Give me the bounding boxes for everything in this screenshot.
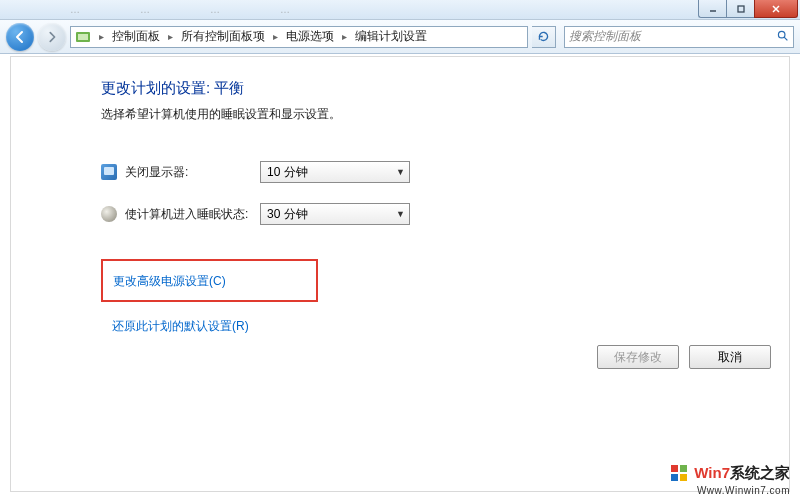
chevron-down-icon: ▼	[396, 209, 405, 219]
breadcrumb-item[interactable]: 控制面板	[110, 27, 162, 46]
svg-rect-11	[680, 474, 687, 481]
control-panel-icon	[75, 29, 91, 45]
arrow-left-icon	[13, 30, 27, 44]
select-value: 30 分钟	[267, 206, 308, 223]
breadcrumb-item[interactable]: 所有控制面板项	[179, 27, 267, 46]
display-timeout-select[interactable]: 10 分钟 ▼	[260, 161, 410, 183]
address-bar[interactable]: ▸ 控制面板 ▸ 所有控制面板项 ▸ 电源选项 ▸ 编辑计划设置	[70, 26, 528, 48]
breadcrumb-item[interactable]: 电源选项	[284, 27, 336, 46]
save-button[interactable]: 保存修改	[597, 345, 679, 369]
arrow-right-icon	[46, 31, 58, 43]
watermark-brand-red: Win7	[694, 464, 730, 481]
dialog-actions: 保存修改 取消	[597, 345, 771, 369]
maximize-button[interactable]	[726, 0, 754, 18]
svg-rect-8	[671, 465, 678, 472]
svg-line-7	[784, 37, 787, 40]
svg-rect-5	[78, 34, 88, 40]
forward-button[interactable]	[38, 23, 66, 51]
back-button[interactable]	[6, 23, 34, 51]
watermark: Win7系统之家 Www.Winwin7.com	[670, 464, 790, 496]
search-icon	[776, 29, 789, 45]
background-tabs: …………	[0, 0, 698, 19]
watermark-brand-black: 系统之家	[730, 464, 790, 481]
chevron-right-icon: ▸	[95, 31, 108, 42]
setting-label: 使计算机进入睡眠状态:	[125, 206, 260, 223]
setting-label: 关闭显示器:	[125, 164, 260, 181]
monitor-icon	[101, 164, 117, 180]
page-title: 更改计划的设置: 平衡	[101, 79, 789, 98]
minimize-button[interactable]	[698, 0, 726, 18]
content-panel: 更改计划的设置: 平衡 选择希望计算机使用的睡眠设置和显示设置。 关闭显示器: …	[10, 56, 790, 492]
chevron-right-icon: ▸	[269, 31, 282, 42]
refresh-button[interactable]	[532, 26, 556, 48]
select-value: 10 分钟	[267, 164, 308, 181]
window-titlebar: …………	[0, 0, 800, 20]
svg-rect-1	[738, 6, 744, 12]
refresh-icon	[537, 30, 550, 43]
chevron-right-icon: ▸	[338, 31, 351, 42]
sleep-timeout-select[interactable]: 30 分钟 ▼	[260, 203, 410, 225]
page-description: 选择希望计算机使用的睡眠设置和显示设置。	[101, 106, 789, 123]
setting-row-sleep: 使计算机进入睡眠状态: 30 分钟 ▼	[101, 203, 789, 225]
watermark-url: Www.Winwin7.com	[670, 485, 790, 496]
svg-rect-9	[680, 465, 687, 472]
windows-logo-icon	[670, 464, 688, 485]
highlight-box: 更改高级电源设置(C)	[101, 259, 318, 302]
search-input[interactable]: 搜索控制面板	[564, 26, 794, 48]
search-placeholder: 搜索控制面板	[569, 28, 641, 45]
cancel-button[interactable]: 取消	[689, 345, 771, 369]
close-button[interactable]	[754, 0, 798, 18]
advanced-power-link[interactable]: 更改高级电源设置(C)	[113, 274, 226, 288]
breadcrumb-item[interactable]: 编辑计划设置	[353, 27, 429, 46]
chevron-down-icon: ▼	[396, 167, 405, 177]
chevron-right-icon: ▸	[164, 31, 177, 42]
nav-toolbar: ▸ 控制面板 ▸ 所有控制面板项 ▸ 电源选项 ▸ 编辑计划设置 搜索控制面板	[0, 20, 800, 54]
moon-icon	[101, 206, 117, 222]
svg-point-6	[778, 31, 785, 38]
restore-defaults-link[interactable]: 还原此计划的默认设置(R)	[112, 318, 249, 335]
window-controls	[698, 0, 798, 18]
svg-rect-10	[671, 474, 678, 481]
setting-row-display-off: 关闭显示器: 10 分钟 ▼	[101, 161, 789, 183]
